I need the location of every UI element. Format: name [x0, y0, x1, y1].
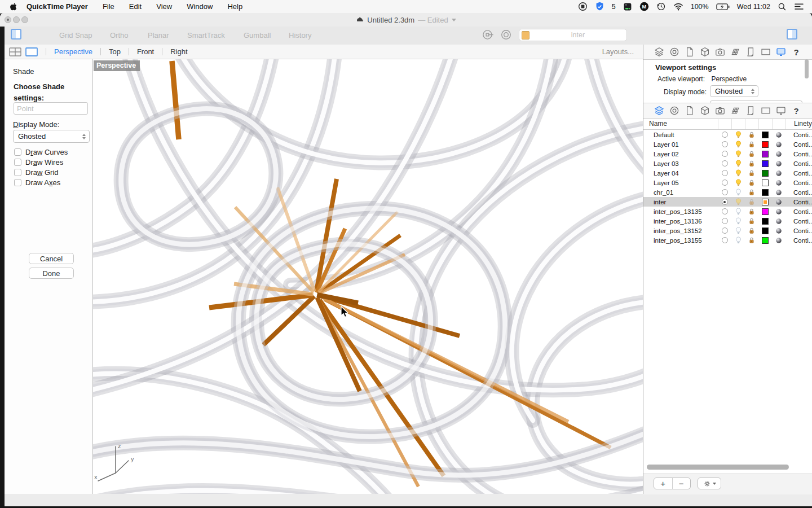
layer-color-cell[interactable]	[758, 160, 772, 167]
layer-color-cell[interactable]	[758, 208, 772, 215]
layer-lock-toggle[interactable]	[745, 160, 758, 168]
help-icon[interactable]: ?	[791, 46, 802, 58]
layer-visibility-toggle[interactable]	[731, 159, 745, 168]
checkbox-draw-curves[interactable]: Draw Curves	[14, 148, 68, 156]
layer-material-cell[interactable]	[772, 227, 785, 235]
display-mode-select[interactable]: Ghosted	[13, 130, 90, 143]
camera-panel-icon[interactable]	[714, 105, 726, 116]
checkbox-draw-grid[interactable]: Draw Grid	[14, 168, 59, 177]
layer-lock-toggle[interactable]	[745, 208, 758, 216]
layer-linetype-label[interactable]: Conti...	[785, 208, 812, 215]
layer-options-button[interactable]	[698, 478, 721, 489]
layer-row[interactable]: inter_pos_13135Conti...	[643, 207, 812, 216]
layer-color-cell[interactable]	[758, 170, 772, 177]
layer-linetype-label[interactable]: Conti...	[785, 141, 812, 148]
scroll-panel-icon[interactable]	[745, 105, 756, 116]
layer-linetype-label[interactable]: Conti...	[785, 151, 812, 157]
layer-material-cell[interactable]	[772, 179, 785, 187]
current-layer-radio[interactable]	[718, 189, 731, 195]
checkbox-box[interactable]	[14, 179, 21, 186]
layer-material-cell[interactable]	[772, 237, 785, 244]
viewport-canvas[interactable]: xyz	[93, 59, 643, 494]
layer-visibility-toggle[interactable]	[731, 150, 745, 158]
viewport-name-badge[interactable]: Perspective	[94, 60, 140, 71]
layer-material-cell[interactable]	[772, 217, 785, 225]
tab-right[interactable]: Right	[170, 47, 187, 56]
tab-front[interactable]: Front	[137, 47, 154, 56]
toggle-gumball[interactable]: Gumball	[244, 31, 271, 40]
linetype-column-header[interactable]: Linetype	[785, 118, 812, 129]
layer-row[interactable]: DefaultConti...	[643, 130, 812, 139]
layer-row[interactable]: interConti...	[643, 197, 812, 207]
layer-visibility-toggle[interactable]	[731, 217, 745, 225]
layer-linetype-label[interactable]: Conti...	[785, 237, 812, 244]
layer-linetype-label[interactable]: Conti...	[785, 227, 812, 234]
current-layer-radio[interactable]	[718, 237, 731, 243]
layer-row[interactable]: Layer 03Conti...	[643, 159, 812, 168]
tab-top[interactable]: Top	[109, 47, 121, 56]
monitor-panel-icon[interactable]	[775, 105, 787, 116]
layer-color-cell[interactable]	[758, 237, 772, 244]
box-panel-icon[interactable]	[699, 105, 710, 116]
menu-view[interactable]: View	[156, 2, 172, 11]
layer-material-cell[interactable]	[772, 198, 785, 206]
layer-visibility-toggle[interactable]	[731, 130, 745, 139]
time-machine-icon[interactable]	[656, 2, 666, 11]
window-title-bar[interactable]: Untitled 2.3dm — Edited	[0, 13, 812, 27]
layer-color-cell[interactable]	[758, 189, 772, 196]
layer-row[interactable]: inter_pos_13155Conti...	[643, 235, 812, 245]
wifi-icon[interactable]	[673, 3, 683, 11]
layer-linetype-label[interactable]: Conti...	[785, 199, 812, 205]
layer-lock-toggle[interactable]	[745, 217, 758, 225]
page-panel-icon[interactable]	[684, 46, 695, 58]
layer-material-cell[interactable]	[772, 160, 785, 168]
layer-row[interactable]: Layer 05Conti...	[643, 178, 812, 187]
layer-lock-toggle[interactable]	[745, 169, 758, 177]
target-panel-icon[interactable]	[669, 46, 680, 58]
layer-linetype-label[interactable]: Conti...	[785, 189, 812, 196]
target-panel-icon[interactable]	[669, 105, 680, 116]
toolbar-search-field[interactable]	[519, 29, 627, 41]
single-viewport-layout-icon[interactable]	[25, 47, 38, 56]
layer-row[interactable]: chr_01Conti...	[643, 187, 812, 197]
remove-layer-button[interactable]: −	[673, 478, 691, 489]
layer-linetype-label[interactable]: Conti...	[785, 132, 812, 138]
layer-lock-toggle[interactable]	[745, 150, 758, 158]
layer-row[interactable]: Layer 01Conti...	[643, 139, 812, 149]
checkbox-box[interactable]	[14, 159, 21, 166]
current-layer-radio[interactable]	[718, 208, 731, 214]
layer-visibility-toggle[interactable]	[731, 207, 745, 216]
checkbox-draw-wires[interactable]: Draw Wires	[14, 158, 63, 167]
current-layer-radio[interactable]	[718, 218, 731, 224]
menu-file[interactable]: File	[103, 2, 114, 11]
perspective-viewport[interactable]: xyz Perspective	[93, 59, 643, 494]
checkbox-box[interactable]	[14, 148, 21, 156]
layer-color-cell[interactable]	[758, 199, 772, 205]
right-panel-toggle-icon[interactable]	[787, 29, 797, 40]
layer-color-cell[interactable]	[758, 179, 772, 186]
layers-panel-icon[interactable]	[654, 46, 665, 58]
point-tool-icon[interactable]	[482, 29, 494, 43]
spotlight-search-icon[interactable]	[778, 2, 787, 11]
monitor-panel-icon[interactable]	[775, 46, 787, 58]
current-layer-radio[interactable]	[718, 170, 731, 176]
layer-color-cell[interactable]	[758, 218, 772, 225]
current-layer-radio[interactable]	[718, 141, 731, 147]
circle-tool-icon[interactable]	[500, 29, 512, 43]
layer-material-cell[interactable]	[772, 169, 785, 177]
toggle-smarttrack[interactable]: SmartTrack	[187, 31, 225, 40]
shade-option-input[interactable]	[14, 102, 88, 115]
layer-lock-toggle[interactable]	[745, 189, 758, 196]
layer-linetype-label[interactable]: Conti...	[785, 218, 812, 225]
layer-row[interactable]: Layer 04Conti...	[643, 168, 812, 178]
toggle-planar[interactable]: Planar	[148, 31, 169, 40]
menu-bar-clock[interactable]: Wed 11:02	[737, 3, 770, 11]
layer-lock-toggle[interactable]	[745, 198, 758, 206]
layer-lock-toggle[interactable]	[745, 131, 758, 139]
rect-panel-icon[interactable]	[760, 46, 771, 58]
layer-color-cell[interactable]	[758, 141, 772, 148]
scroll-panel-icon[interactable]	[745, 46, 756, 58]
current-layer-radio[interactable]	[718, 199, 731, 205]
menu-window[interactable]: Window	[187, 2, 213, 11]
add-layer-button[interactable]: +	[654, 478, 673, 489]
